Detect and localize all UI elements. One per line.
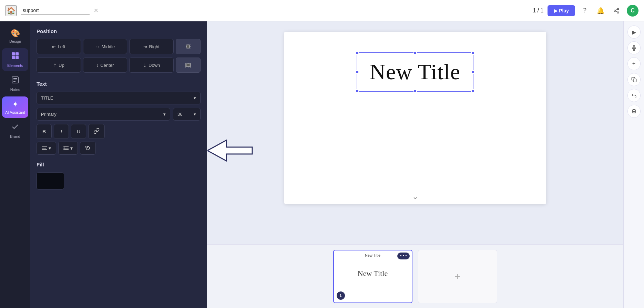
list-button[interactable]: ▾ — [58, 142, 78, 155]
handle-bottom-left[interactable] — [356, 89, 359, 93]
duplicate-button[interactable] — [627, 73, 641, 86]
filmstrip-add-slide-button[interactable]: + — [418, 250, 497, 303]
design-label: Design — [9, 39, 21, 43]
play-presentation-button[interactable]: ▶ — [627, 25, 641, 39]
filmstrip-slide-1-preview-title: New Title — [337, 269, 409, 278]
filmstrip: New Title • • • New Title 1 + — [207, 244, 623, 308]
svg-rect-7 — [12, 56, 15, 59]
ai-label: AI Assistant — [5, 110, 25, 114]
elements-label: Elements — [7, 63, 23, 68]
align-left-button[interactable]: ⇤ Left — [37, 39, 81, 54]
reset-button[interactable] — [80, 142, 96, 155]
font-size-chevron: ▾ — [194, 112, 196, 117]
filmstrip-slide-1[interactable]: New Title • • • New Title 1 — [333, 250, 412, 303]
font-family-dropdown[interactable]: Primary ▾ — [37, 108, 170, 121]
sidebar-item-brand[interactable]: Brand — [2, 119, 28, 142]
notifications-button[interactable]: 🔔 — [595, 5, 606, 16]
sidebar-item-design[interactable]: 🎨 Design — [2, 25, 28, 47]
align-up-button[interactable]: ⇡ Up — [37, 58, 81, 73]
brand-label: Brand — [10, 134, 20, 138]
font-family-value: Primary — [41, 112, 57, 117]
add-slide-icon: + — [454, 271, 460, 282]
slide-title-element[interactable]: New Title — [357, 52, 473, 92]
align-middle-icon: ↔ — [95, 44, 100, 49]
handle-middle-right[interactable] — [471, 70, 474, 74]
font-family-chevron: ▾ — [163, 112, 166, 117]
palette-icon: 🎨 — [11, 29, 20, 38]
handle-top-left[interactable] — [356, 51, 359, 55]
canvas-collapse-button[interactable]: ⌄ — [412, 192, 418, 201]
align-middle-label: Middle — [102, 44, 115, 49]
align-middle-button[interactable]: ↔ Middle — [83, 39, 127, 54]
align-down-button[interactable]: ⇣ Down — [129, 58, 174, 73]
main-content: 🎨 Design Elements Notes ✦ AI Assistant — [0, 21, 644, 308]
text-align-chevron: ▾ — [49, 145, 51, 151]
elements-icon — [11, 52, 19, 62]
align-center-button[interactable]: ↕ Center — [83, 58, 127, 73]
handle-bottom-right[interactable] — [471, 89, 474, 93]
handle-top-center[interactable] — [413, 51, 417, 55]
position-row1: ⇤ Left ↔ Middle ⇥ Right — [37, 39, 201, 54]
home-button[interactable]: 🏠 — [6, 5, 17, 16]
canvas-area: New Title ⌄ — [207, 21, 623, 244]
align-right-label: Right — [149, 44, 159, 49]
handle-top-right[interactable] — [471, 51, 474, 55]
svg-point-1 — [614, 10, 616, 11]
align-down-label: Down — [149, 63, 160, 68]
sidebar-item-elements[interactable]: Elements — [2, 48, 28, 71]
link-icon — [93, 128, 100, 135]
slide-title-text: New Title — [370, 59, 460, 85]
record-button[interactable] — [627, 41, 641, 54]
topbar-right-actions: ? 🔔 C — [579, 5, 638, 17]
list-chevron: ▾ — [70, 145, 73, 151]
distribute-vertical-button[interactable] — [176, 39, 201, 54]
search-input[interactable] — [21, 6, 90, 15]
position-row2: ⇡ Up ↕ Center ⇣ Down — [37, 58, 201, 73]
text-section: Text TITLE ▾ Primary ▾ 36 ▾ B — [37, 81, 201, 162]
fill-color-picker[interactable] — [37, 172, 64, 189]
canvas-slide[interactable]: New Title ⌄ — [284, 32, 546, 204]
italic-button[interactable]: I — [54, 124, 69, 139]
filmstrip-slide-1-menu-button[interactable]: • • • — [397, 253, 409, 259]
undo-button[interactable] — [627, 89, 641, 102]
svg-rect-33 — [633, 79, 636, 82]
share-button[interactable] — [611, 5, 622, 16]
handle-middle-left[interactable] — [356, 70, 359, 74]
clear-search-button[interactable]: ✕ — [94, 7, 98, 14]
svg-rect-6 — [16, 52, 19, 55]
distribute-horizontal-button[interactable] — [176, 58, 201, 73]
align-center-label: Center — [100, 63, 114, 68]
add-element-button[interactable]: + — [627, 57, 641, 70]
align-right-button[interactable]: ⇥ Right — [129, 39, 174, 54]
align-up-label: Up — [59, 63, 64, 68]
sidebar-item-ai[interactable]: ✦ AI Assistant — [2, 96, 28, 118]
sidebar-item-notes[interactable]: Notes — [2, 72, 28, 95]
text-style-dropdown[interactable]: TITLE ▾ — [37, 92, 201, 104]
italic-icon: I — [61, 129, 62, 134]
link-button[interactable] — [88, 124, 105, 139]
svg-line-3 — [615, 11, 617, 12]
help-button[interactable]: ? — [579, 5, 590, 16]
handle-bottom-center[interactable] — [413, 89, 417, 93]
text-style-value: TITLE — [41, 95, 53, 101]
play-button[interactable]: ▶ Play — [548, 5, 575, 16]
align-up-icon: ⇡ — [53, 63, 57, 68]
svg-point-0 — [617, 8, 619, 10]
font-size-dropdown[interactable]: 36 ▾ — [173, 108, 201, 121]
underline-button[interactable]: U — [71, 124, 86, 139]
delete-button[interactable] — [627, 105, 641, 118]
bold-button[interactable]: B — [37, 124, 52, 139]
svg-rect-8 — [16, 56, 19, 59]
fill-section-title: Fill — [37, 162, 201, 167]
text-section-title: Text — [37, 81, 201, 87]
text-align-button[interactable]: ▾ — [37, 142, 56, 155]
user-avatar[interactable]: C — [627, 5, 638, 17]
topbar: 🏠 ✕ 1 / 1 ▶ Play ? 🔔 C — [0, 0, 644, 21]
ai-icon: ✦ — [12, 100, 18, 109]
svg-point-25 — [64, 148, 64, 148]
svg-line-4 — [615, 9, 617, 10]
filmstrip-slide-1-number: 1 — [337, 291, 345, 300]
bold-icon: B — [42, 129, 46, 134]
align-right-icon: ⇥ — [143, 44, 147, 49]
align-row: ▾ ▾ — [37, 142, 201, 155]
